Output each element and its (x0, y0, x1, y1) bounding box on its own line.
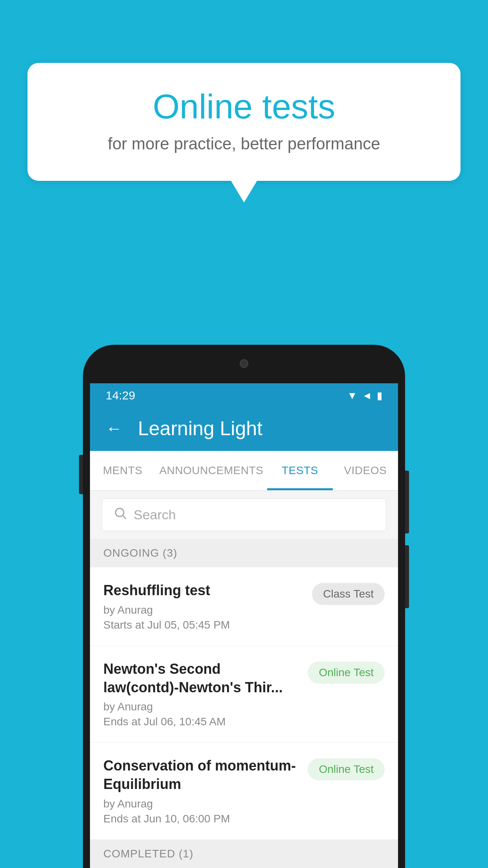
test-item-content: Conservation of momentum-Equilibrium by … (103, 757, 300, 825)
phone-power-button (405, 471, 409, 533)
svg-point-0 (116, 508, 124, 517)
phone-device: 14:29 ▼ ◄ ▮ ← Learning Light MENTS ANNOU… (83, 345, 405, 868)
test-item-title: Reshuffling test (103, 581, 304, 600)
test-badge-online: Online Test (308, 662, 385, 684)
phone-volume-button (79, 455, 83, 494)
search-icon (113, 506, 127, 524)
test-item[interactable]: Newton's Second law(contd)-Newton's Thir… (90, 646, 398, 743)
test-item-title: Conservation of momentum-Equilibrium (103, 757, 300, 794)
front-camera (240, 359, 248, 368)
ongoing-section-header: ONGOING (3) (90, 539, 398, 567)
battery-icon: ▮ (377, 390, 382, 402)
search-input[interactable]: Search (134, 507, 176, 522)
app-bar: ← Learning Light (90, 406, 398, 451)
wifi-icon: ▼ (347, 390, 358, 402)
speech-bubble-title: Online tests (59, 86, 429, 127)
test-badge-class: Class Test (312, 583, 385, 605)
test-item-content: Newton's Second law(contd)-Newton's Thir… (103, 660, 300, 728)
search-container: Search (90, 491, 398, 539)
phone-screen: 14:29 ▼ ◄ ▮ ← Learning Light MENTS ANNOU… (90, 383, 398, 868)
ongoing-label: ONGOING (3) (103, 547, 177, 559)
speech-bubble-container: Online tests for more practice, better p… (28, 63, 460, 181)
test-list: Reshuffling test by Anurag Starts at Jul… (90, 567, 398, 840)
svg-line-1 (123, 516, 126, 519)
tab-videos[interactable]: VIDEOS (333, 451, 398, 490)
test-item-author: by Anurag (103, 604, 304, 616)
phone-volume-down-button (405, 545, 409, 608)
test-badge-online: Online Test (308, 758, 385, 780)
test-item-date: Starts at Jul 05, 05:45 PM (103, 619, 304, 631)
tab-tests[interactable]: TESTS (267, 451, 332, 490)
tab-bar: MENTS ANNOUNCEMENTS TESTS VIDEOS (90, 451, 398, 491)
status-icons: ▼ ◄ ▮ (347, 390, 382, 402)
tab-announcements[interactable]: ANNOUNCEMENTS (155, 451, 267, 490)
test-item-author: by Anurag (103, 798, 300, 810)
signal-icon: ◄ (362, 390, 372, 402)
phone-content: Search ONGOING (3) Reshuffling test by A… (90, 491, 398, 868)
search-bar[interactable]: Search (102, 498, 386, 531)
status-bar: 14:29 ▼ ◄ ▮ (90, 383, 398, 406)
test-item-date: Ends at Jul 06, 10:45 AM (103, 715, 300, 728)
speech-bubble-subtitle: for more practice, better performance (59, 134, 429, 153)
phone-outer-shell: 14:29 ▼ ◄ ▮ ← Learning Light MENTS ANNOU… (83, 345, 405, 868)
status-time: 14:29 (106, 389, 135, 402)
test-item-author: by Anurag (103, 701, 300, 713)
test-item[interactable]: Conservation of momentum-Equilibrium by … (90, 743, 398, 840)
test-item-date: Ends at Jun 10, 06:00 PM (103, 813, 300, 825)
tab-assignments[interactable]: MENTS (90, 451, 155, 490)
test-item[interactable]: Reshuffling test by Anurag Starts at Jul… (90, 567, 398, 646)
phone-notch (209, 352, 279, 375)
phone-notch-area (90, 352, 398, 383)
completed-label: COMPLETED (1) (103, 848, 193, 860)
test-item-content: Reshuffling test by Anurag Starts at Jul… (103, 581, 304, 631)
test-item-title: Newton's Second law(contd)-Newton's Thir… (103, 660, 300, 697)
completed-section-header: COMPLETED (1) (90, 840, 398, 868)
speech-bubble: Online tests for more practice, better p… (28, 63, 460, 181)
app-title: Learning Light (138, 417, 262, 440)
back-button[interactable]: ← (106, 419, 122, 438)
